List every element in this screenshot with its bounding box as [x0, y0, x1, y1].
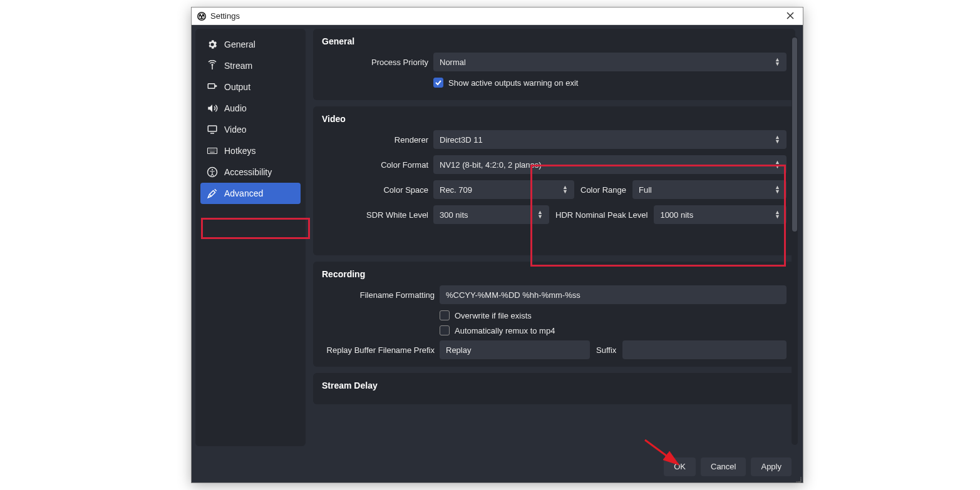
renderer-label: Renderer	[322, 135, 428, 145]
footer: OK Cancel Apply	[192, 450, 803, 482]
filename-formatting-label: Filename Formatting	[322, 290, 435, 300]
sidebar: General Stream Output Audio Video Hotkey…	[195, 29, 306, 446]
filename-formatting-input[interactable]: %CCYY-%MM-%DD %hh-%mm-%ss	[440, 285, 787, 304]
sidebar-item-hotkeys[interactable]: Hotkeys	[200, 140, 301, 161]
chevron-updown-icon: ▲▼	[562, 185, 568, 194]
chevron-updown-icon: ▲▼	[775, 58, 780, 66]
sidebar-item-label: Audio	[224, 103, 247, 113]
sidebar-item-label: Video	[224, 125, 247, 135]
panel-video: Video Renderer Direct3D 11 ▲▼ Color Form…	[313, 106, 795, 255]
chevron-updown-icon: ▲▼	[775, 185, 780, 194]
sdr-white-label: SDR White Level	[322, 210, 428, 220]
accessibility-icon	[207, 166, 218, 178]
speaker-icon	[207, 103, 218, 114]
antenna-icon	[207, 60, 218, 71]
titlebar: Settings	[192, 8, 803, 25]
color-format-label: Color Format	[322, 160, 428, 170]
sidebar-item-label: Stream	[224, 61, 252, 71]
sidebar-item-label: Hotkeys	[224, 146, 256, 156]
color-space-select[interactable]: Rec. 709 ▲▼	[433, 180, 574, 199]
chevron-updown-icon: ▲▼	[537, 210, 543, 219]
close-icon	[787, 12, 794, 19]
sidebar-item-advanced[interactable]: Advanced	[200, 183, 301, 204]
color-space-label: Color Space	[322, 185, 428, 195]
ok-button[interactable]: OK	[664, 457, 696, 476]
keyboard-icon	[207, 145, 218, 156]
section-title-stream-delay: Stream Delay	[322, 380, 787, 390]
section-title-video: Video	[322, 114, 787, 124]
scrollbar[interactable]	[792, 36, 798, 445]
scrollbar-thumb[interactable]	[792, 38, 797, 232]
automux-label: Automatically remux to mp4	[455, 326, 555, 335]
sidebar-item-label: Accessibility	[224, 167, 272, 177]
svg-rect-7	[208, 126, 217, 131]
svg-point-2	[201, 14, 203, 16]
svg-point-10	[212, 169, 213, 170]
sidebar-item-label: Advanced	[224, 188, 263, 198]
chevron-updown-icon: ▲▼	[775, 210, 780, 219]
sidebar-item-video[interactable]: Video	[200, 119, 301, 140]
sidebar-item-output[interactable]: Output	[200, 76, 301, 98]
window-title: Settings	[210, 11, 240, 21]
section-title-recording: Recording	[322, 269, 787, 279]
resize-grip[interactable]	[794, 474, 802, 481]
color-range-label: Color Range	[580, 185, 626, 195]
chevron-updown-icon: ▲▼	[775, 160, 780, 169]
replay-prefix-input[interactable]: Replay	[440, 340, 590, 359]
monitor-icon	[207, 124, 218, 135]
hdr-peak-spinner[interactable]: 1000 nits ▲▼	[654, 205, 787, 224]
panel-general: General Process Priority Normal ▲▼ Show …	[313, 29, 795, 100]
sidebar-item-audio[interactable]: Audio	[200, 98, 301, 119]
panel-recording: Recording Filename Formatting %CCYY-%MM-…	[313, 262, 795, 367]
tools-icon	[207, 188, 218, 199]
svg-rect-6	[208, 84, 215, 89]
obs-app-icon	[197, 11, 207, 21]
replay-prefix-label: Replay Buffer Filename Prefix	[322, 345, 435, 355]
sidebar-item-general[interactable]: General	[200, 34, 301, 55]
settings-body: General Stream Output Audio Video Hotkey…	[192, 25, 803, 450]
show-active-outputs-checkbox[interactable]	[433, 78, 443, 88]
replay-suffix-label: Suffix	[596, 345, 616, 355]
show-active-outputs-label: Show active outputs warning on exit	[448, 78, 578, 88]
process-priority-label: Process Priority	[322, 58, 428, 67]
replay-suffix-input[interactable]	[622, 340, 787, 359]
check-icon	[435, 79, 442, 86]
svg-point-4	[202, 16, 204, 18]
sidebar-item-label: Output	[224, 82, 250, 92]
close-button[interactable]	[783, 11, 798, 21]
process-priority-select[interactable]: Normal ▲▼	[433, 53, 787, 71]
automux-checkbox[interactable]	[440, 325, 450, 335]
settings-main: General Process Priority Normal ▲▼ Show …	[309, 25, 803, 450]
hdr-peak-label: HDR Nominal Peak Level	[555, 210, 647, 220]
panel-stream-delay: Stream Delay	[313, 373, 795, 404]
apply-button[interactable]: Apply	[751, 457, 792, 476]
output-icon	[207, 81, 218, 93]
sidebar-item-accessibility[interactable]: Accessibility	[200, 161, 301, 183]
section-title-general: General	[322, 36, 787, 46]
overwrite-checkbox[interactable]	[440, 310, 450, 320]
cancel-button[interactable]: Cancel	[701, 457, 746, 476]
settings-window: Settings General Stream Output Audio	[191, 7, 803, 483]
color-format-select[interactable]: NV12 (8-bit, 4:2:0, 2 planes) ▲▼	[433, 155, 787, 174]
svg-point-3	[199, 16, 201, 18]
svg-point-5	[212, 64, 213, 66]
chevron-updown-icon: ▲▼	[775, 135, 780, 144]
sdr-white-spinner[interactable]: 300 nits ▲▼	[433, 205, 549, 224]
sidebar-item-label: General	[224, 39, 255, 49]
renderer-select[interactable]: Direct3D 11 ▲▼	[433, 130, 787, 149]
gear-icon	[207, 39, 218, 50]
color-range-select[interactable]: Full ▲▼	[632, 180, 787, 199]
sidebar-item-stream[interactable]: Stream	[200, 55, 301, 76]
overwrite-label: Overwrite if file exists	[455, 311, 532, 320]
